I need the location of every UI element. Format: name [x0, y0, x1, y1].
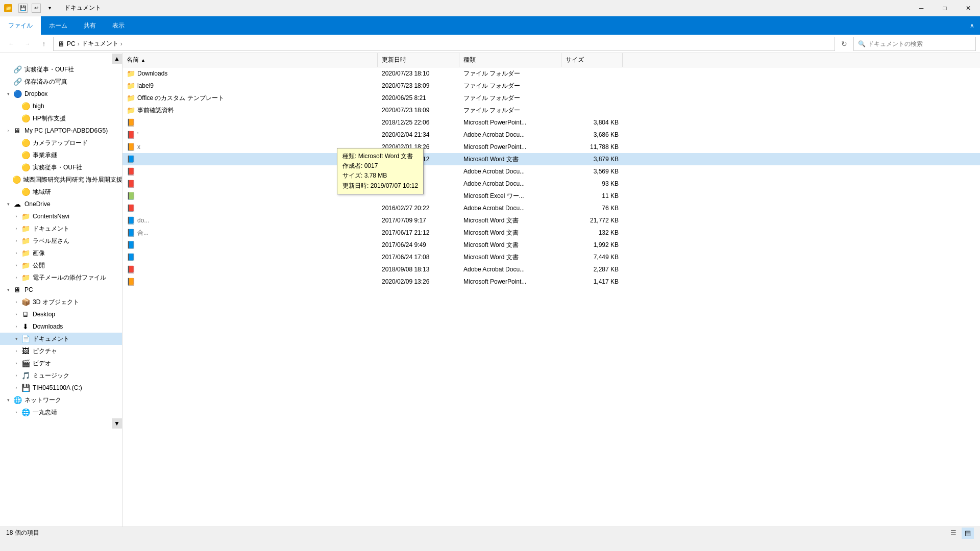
sidebar-item[interactable]: 🟡城西国際研究共同研究 海外展開支援ツ	[0, 173, 122, 186]
sidebar-item[interactable]: ›📦3D オブジェクト	[0, 296, 122, 308]
sidebar-item[interactable]: ›🎵ミュージック	[0, 369, 122, 382]
sidebar-scroll-down[interactable]: ▼	[112, 418, 122, 429]
expand-icon[interactable]: ›	[12, 238, 20, 243]
file-row[interactable]: 📕Adobe Acrobat Docu...93 KB	[122, 178, 980, 190]
search-box[interactable]: 🔍	[853, 37, 976, 51]
ribbon-tab-file[interactable]: ファイル	[0, 16, 41, 35]
search-input[interactable]	[868, 40, 971, 47]
file-row[interactable]: 📙x2020/02/01 18:26Microsoft PowerPoint..…	[122, 141, 980, 153]
expand-icon[interactable]: ›	[12, 373, 20, 378]
expand-icon[interactable]: ›	[12, 214, 20, 219]
quick-save-btn[interactable]: 💾	[18, 4, 28, 13]
sidebar-item[interactable]: ›📁電子メールの添付ファイル	[0, 271, 122, 284]
sidebar-item[interactable]: 🟡事業承継	[0, 149, 122, 161]
file-name-cell: 📕'	[122, 131, 378, 139]
ribbon-tab-view[interactable]: 表示	[104, 16, 133, 35]
refresh-button[interactable]: ↻	[837, 37, 851, 51]
quick-menu-btn[interactable]: ▾	[45, 4, 54, 13]
sidebar-item[interactable]: 🟡high	[0, 100, 122, 112]
breadcrumb[interactable]: 🖥 PC › ドキュメント ›	[53, 37, 835, 51]
breadcrumb-pc[interactable]: PC	[67, 40, 76, 47]
file-row[interactable]: 📘合...2017/06/17 21:12Microsoft Word 文書13…	[122, 227, 980, 239]
close-button[interactable]: ✕	[957, 0, 980, 16]
file-icon: 📕	[127, 265, 135, 273]
sidebar-item[interactable]: ▾📄ドキュメント	[0, 333, 122, 345]
up-button[interactable]: ↑	[37, 37, 51, 51]
sidebar-item[interactable]: 🟡地域研	[0, 186, 122, 198]
sidebar-item[interactable]: ›⬇Downloads	[0, 320, 122, 333]
sidebar-item[interactable]: ›🎬ビデオ	[0, 357, 122, 369]
sidebar-item-label: 事業承継	[33, 151, 57, 160]
expand-icon[interactable]: ›	[4, 128, 12, 133]
sidebar-item[interactable]: ▾☁OneDrive	[0, 198, 122, 210]
forward-button[interactable]: →	[20, 37, 35, 51]
file-row[interactable]: 📕2016/02/27 20:22Adobe Acrobat Docu...76…	[122, 202, 980, 214]
sidebar-item[interactable]: 🟡HP制作支援	[0, 112, 122, 124]
expand-icon[interactable]: ›	[12, 361, 20, 366]
sidebar-item[interactable]: 🔗実務従事・OUF社	[0, 63, 122, 76]
sidebar-item[interactable]: ▾🔵Dropbox	[0, 88, 122, 100]
expand-icon[interactable]: ›	[12, 312, 20, 317]
sidebar-item[interactable]: ›🌐一丸忠靖	[0, 406, 122, 418]
breadcrumb-documents[interactable]: ドキュメント	[82, 39, 118, 48]
file-row[interactable]: 📘2019/07/07 10:12Microsoft Word 文書3,879 …	[122, 153, 980, 165]
file-rows-container: 📁Downloads2020/07/23 18:10ファイル フォルダー📁lab…	[122, 67, 980, 288]
maximize-button[interactable]: □	[933, 0, 957, 16]
expand-icon[interactable]: ▾	[4, 397, 12, 403]
file-row[interactable]: 📁Office のカスタム テンプレート2020/06/25 8:21ファイル …	[122, 92, 980, 104]
sidebar-item[interactable]: ›🖥Desktop	[0, 308, 122, 320]
sidebar-item[interactable]: 🔗保存済みの写真	[0, 76, 122, 88]
expand-icon[interactable]: ▾	[4, 202, 12, 207]
col-header-name[interactable]: 名前 ▲	[122, 53, 378, 67]
file-row[interactable]: 📘2017/06/24 9:49Microsoft Word 文書1,992 K…	[122, 239, 980, 251]
sidebar-item[interactable]: ›🖼ピクチャ	[0, 345, 122, 357]
file-row[interactable]: 📁事前確認資料2020/07/23 18:09ファイル フォルダー	[122, 104, 980, 116]
back-button[interactable]: ←	[4, 37, 18, 51]
col-header-date[interactable]: 更新日時	[378, 53, 459, 67]
sidebar-item[interactable]: 🟡カメラアップロード	[0, 137, 122, 149]
sidebar-item[interactable]: ›🖥My PC (LAPTOP-ADBDD6G5)	[0, 124, 122, 137]
expand-icon[interactable]: ›	[12, 348, 20, 354]
sidebar-item[interactable]: ›📁ラベル屋さん	[0, 235, 122, 247]
file-row[interactable]: 📘2017/06/24 17:08Microsoft Word 文書7,449 …	[122, 251, 980, 263]
sidebar-item[interactable]: ›📁画像	[0, 247, 122, 259]
sidebar-item[interactable]: ›💾TIH0451100A (C:)	[0, 382, 122, 394]
sidebar-item[interactable]: ▾🖥PC	[0, 284, 122, 296]
expand-icon[interactable]: ›	[12, 251, 20, 256]
col-header-size[interactable]: サイズ	[561, 53, 623, 67]
minimize-button[interactable]: ─	[910, 0, 933, 16]
expand-icon[interactable]: ›	[12, 299, 20, 305]
view-details-btn[interactable]: ▤	[962, 528, 974, 539]
expand-icon[interactable]: ›	[12, 385, 20, 390]
sidebar-item[interactable]: ›📁ドキュメント	[0, 222, 122, 235]
file-row[interactable]: 📕2018/09/08 18:13Adobe Acrobat Docu...2,…	[122, 263, 980, 276]
sidebar-item[interactable]: 🟡実務従事・OUF社	[0, 161, 122, 173]
col-header-type[interactable]: 種類	[459, 53, 561, 67]
file-row[interactable]: 📁Downloads2020/07/23 18:10ファイル フォルダー	[122, 67, 980, 80]
file-row[interactable]: 📕Adobe Acrobat Docu...3,569 KB	[122, 165, 980, 178]
sidebar-scroll-up[interactable]: ▲	[112, 54, 122, 64]
quick-undo-btn[interactable]: ↩	[32, 4, 41, 13]
file-row[interactable]: 📁label92020/07/23 18:09ファイル フォルダー	[122, 80, 980, 92]
file-row[interactable]: 📘do...2017/07/09 9:17Microsoft Word 文書21…	[122, 214, 980, 227]
sidebar-item-label: 地域研	[33, 188, 51, 196]
expand-icon[interactable]: ›	[12, 410, 20, 415]
expand-icon[interactable]: ▾	[4, 287, 12, 292]
file-row[interactable]: 📙2020/02/09 13:26Microsoft PowerPoint...…	[122, 276, 980, 288]
file-row[interactable]: 📗Microsoft Excel ワー...11 KB	[122, 190, 980, 202]
file-row[interactable]: 📕'2020/02/04 21:34Adobe Acrobat Docu...3…	[122, 129, 980, 141]
ribbon-expand-btn[interactable]: ∧	[964, 16, 980, 35]
expand-icon[interactable]: ›	[12, 275, 20, 280]
view-list-btn[interactable]: ☰	[947, 528, 960, 539]
expand-icon[interactable]: ▾	[12, 336, 20, 341]
file-row[interactable]: 📙2018/12/25 22:06Microsoft PowerPoint...…	[122, 116, 980, 129]
expand-icon[interactable]: ›	[12, 226, 20, 231]
expand-icon[interactable]: ›	[12, 324, 20, 329]
ribbon-tab-home[interactable]: ホーム	[41, 16, 76, 35]
ribbon-tab-share[interactable]: 共有	[76, 16, 104, 35]
sidebar-item[interactable]: ›📁公開	[0, 259, 122, 271]
expand-icon[interactable]: ›	[12, 263, 20, 268]
expand-icon[interactable]: ▾	[4, 91, 12, 96]
sidebar-item[interactable]: ›📁ContentsNavi	[0, 210, 122, 222]
sidebar-item[interactable]: ▾🌐ネットワーク	[0, 394, 122, 406]
